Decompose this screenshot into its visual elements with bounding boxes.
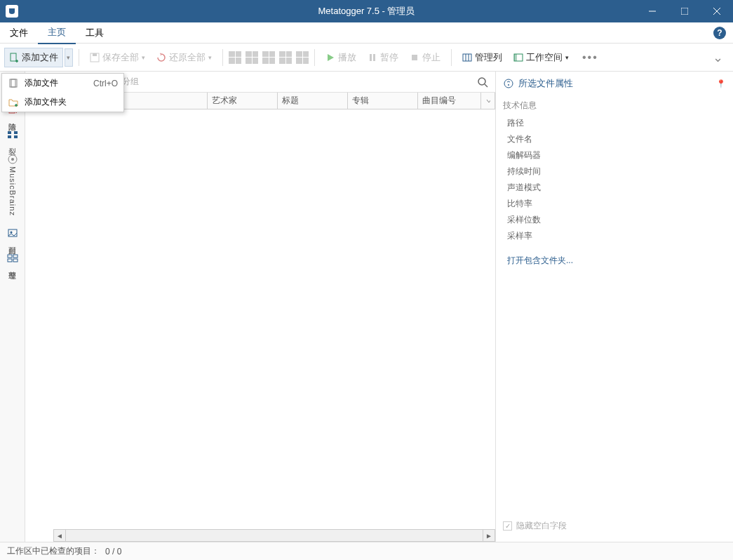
app-icon	[6, 5, 18, 18]
dropdown-add-files[interactable]: 添加文件 Ctrl+O	[2, 74, 123, 93]
search-icon[interactable]	[477, 76, 488, 88]
titlebar: Metatogger 7.5 - 管理员	[0, 0, 733, 22]
view-grid-1[interactable]	[229, 51, 241, 64]
workspace-button[interactable]: 工作空间 ▾	[509, 48, 574, 67]
sidebar-item-organize[interactable]: 整理	[3, 250, 22, 269]
section-title: 技术信息	[503, 97, 726, 117]
window-controls	[636, 0, 733, 22]
horizontal-scrollbar[interactable]: ◄ ►	[53, 529, 495, 542]
sidebar-label: MusicBrainz	[8, 166, 17, 216]
center-panel: 分组 选择 新建文件名 艺术家 标题 专辑 曲目编号 ◄ ►	[25, 72, 496, 542]
th-title[interactable]: 标题	[278, 93, 348, 109]
workspace-label: 工作空间	[526, 51, 563, 64]
workspace-icon	[513, 53, 523, 62]
sidebar-item-split[interactable]: 裂	[3, 126, 22, 145]
svg-rect-10	[373, 54, 375, 61]
pin-icon[interactable]: 📍	[716, 79, 726, 88]
dropdown-add-files-shortcut: Ctrl+O	[79, 79, 118, 88]
svg-rect-4	[11, 53, 16, 61]
split-icon	[7, 129, 18, 140]
restore-all-button[interactable]: 还原全部 ▾	[152, 48, 217, 67]
stop-label: 停止	[422, 51, 441, 64]
prop-samplerate: 采样率	[507, 230, 726, 242]
pause-label: 暂停	[380, 51, 398, 64]
menu-home[interactable]: 主页	[38, 22, 76, 44]
dropdown-add-files-label: 添加文件	[25, 77, 58, 89]
svg-rect-26	[8, 131, 11, 134]
stop-button[interactable]: 停止	[405, 48, 445, 67]
prop-duration: 持续时间	[507, 166, 726, 178]
svg-point-40	[504, 79, 513, 88]
left-sidebar: 脚本 清除 裂 MusicBrainz 封面 整理	[0, 72, 25, 542]
hide-empty-checkbox-row[interactable]: ✓ 隐藏空白字段	[503, 520, 726, 538]
restore-all-label: 还原全部	[169, 51, 206, 64]
svg-line-39	[485, 84, 487, 87]
scroll-right-arrow[interactable]: ►	[483, 529, 495, 542]
play-icon	[325, 53, 335, 62]
svg-point-41	[508, 84, 509, 86]
table-body: ◄ ►	[25, 109, 495, 542]
sidebar-item-musicbrainz[interactable]: MusicBrainz	[3, 151, 22, 219]
prop-path: 路径	[507, 117, 726, 129]
maximize-button[interactable]	[668, 0, 701, 22]
prop-channels: 声道模式	[507, 182, 726, 194]
save-all-label: 保存全部	[102, 51, 139, 64]
view-grid-3[interactable]	[262, 51, 275, 64]
svg-rect-11	[412, 55, 417, 60]
play-button[interactable]: 播放	[321, 48, 361, 67]
play-label: 播放	[338, 51, 356, 64]
view-grid-2[interactable]	[246, 51, 258, 64]
svg-point-33	[10, 231, 12, 233]
th-album[interactable]: 专辑	[348, 93, 418, 109]
svg-rect-29	[14, 135, 18, 138]
sidebar-item-cover[interactable]: 封面	[3, 225, 22, 244]
dropdown-add-folder[interactable]: 添加文件夹	[2, 93, 123, 112]
svg-rect-8	[93, 53, 97, 56]
folder-add-icon	[8, 97, 19, 108]
manage-columns-button[interactable]: 管理列	[457, 48, 507, 67]
svg-rect-32	[8, 229, 17, 236]
musicbrainz-icon	[7, 154, 18, 165]
svg-rect-12	[463, 54, 471, 61]
document-add-icon	[9, 53, 19, 62]
svg-rect-27	[14, 131, 18, 134]
status-count: 0 / 0	[105, 547, 121, 556]
view-grid-5[interactable]	[296, 51, 309, 64]
view-grid-4[interactable]	[279, 51, 292, 64]
menu-file[interactable]: 文件	[0, 22, 38, 44]
close-button[interactable]	[701, 0, 733, 22]
svg-rect-28	[8, 135, 11, 138]
pause-button[interactable]: 暂停	[363, 48, 403, 67]
menu-tools[interactable]: 工具	[76, 22, 114, 44]
sidebar-label: 裂	[7, 142, 18, 142]
add-files-button[interactable]: 添加文件	[4, 48, 63, 67]
help-icon[interactable]: ?	[713, 27, 726, 39]
toolbar: 添加文件 ▾ 保存全部 ▾ 还原全部 ▾ 播放 暂停 停止 管理列 工作空间	[0, 44, 733, 72]
chevron-down-icon[interactable]	[485, 98, 490, 105]
status-text: 工作区中已检查的项目：	[7, 545, 100, 557]
checkbox-icon[interactable]: ✓	[503, 521, 512, 531]
th-track[interactable]: 曲目编号	[418, 93, 481, 109]
svg-point-38	[478, 78, 485, 85]
scroll-track[interactable]	[66, 529, 483, 542]
toolbar-more-button[interactable]: •••	[575, 51, 605, 64]
svg-rect-36	[8, 259, 12, 262]
toolbar-overflow-button[interactable]: ⌄	[707, 50, 729, 65]
svg-rect-34	[8, 255, 12, 258]
prop-filename: 文件名	[507, 133, 726, 145]
open-folder-link[interactable]: 打开包含文件夹...	[507, 246, 726, 267]
main-area: 脚本 清除 裂 MusicBrainz 封面 整理 分组	[0, 72, 733, 542]
document-icon	[8, 78, 19, 89]
view-mode-group	[229, 51, 309, 64]
statusbar: 工作区中已检查的项目： 0 / 0	[0, 542, 733, 560]
svg-rect-16	[514, 54, 517, 61]
save-icon	[90, 53, 100, 62]
save-all-button[interactable]: 保存全部 ▾	[85, 48, 150, 67]
add-files-dropdown-arrow[interactable]: ▾	[65, 48, 73, 67]
property-list: 路径 文件名 编解码器 持续时间 声道模式 比特率 采样位数 采样率 打开包含文…	[503, 117, 726, 267]
scroll-left-arrow[interactable]: ◄	[53, 529, 66, 542]
minimize-button[interactable]	[636, 0, 668, 22]
th-artist[interactable]: 艺术家	[208, 93, 278, 109]
panel-header: 所选文件属性 📍	[503, 76, 726, 97]
prop-bitrate: 比特率	[507, 198, 726, 210]
